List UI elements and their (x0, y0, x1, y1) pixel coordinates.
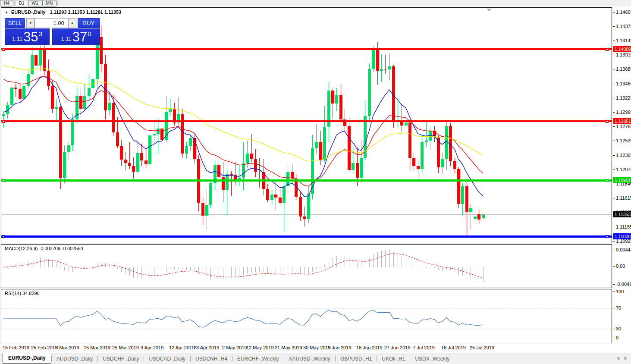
timeframe-button-mn[interactable]: MN (42, 0, 57, 6)
time-axis-label: 23 Apr 2019 (194, 345, 219, 350)
timeframe-button-w1[interactable]: W1 (28, 0, 42, 6)
price-axis-tick-label: 1.13915 (616, 52, 631, 57)
chart-tab-usdcnh[interactable]: USDCNH-,H4 (191, 355, 232, 363)
price-axis-tick-label: 1.13225 (616, 95, 631, 100)
timeframe-button-h4[interactable]: H4 (0, 0, 13, 6)
chart-tab-xauusd[interactable]: XAUUSD-,Weekly (284, 355, 335, 363)
macd-canvas[interactable] (1, 245, 612, 288)
timeframe-button-d1[interactable]: D1 (16, 0, 28, 6)
price-axis-tick-label: 1.11615 (616, 195, 631, 201)
chart-tab-eurchf[interactable]: EURCHF-,Weekly (232, 355, 283, 363)
chart-tab-audusd[interactable]: AUDUSD-,Daily (52, 355, 98, 363)
trade-panel-collapse-icon[interactable]: ▲ (5, 10, 8, 14)
rsi-axis-label: 0 (616, 335, 618, 340)
one-click-trade-panel: SELL ▼ ▲ BUY 1.11 35 3 1.11 37 0 (5, 18, 100, 45)
rsi-axis-tick (613, 292, 615, 292)
time-axis-label: 12 May 2019 (246, 345, 274, 350)
sell-price-point: 3 (39, 30, 42, 38)
time-axis-label: 9 Jun 2019 (328, 345, 351, 350)
time-axis-label: 30 May 2019 (303, 345, 331, 350)
timeframe-toolbar: H4 D1 W1 MN (0, 0, 631, 7)
price-level-tag: 1.11353 (613, 211, 631, 217)
buy-price-tile[interactable]: 1.11 37 0 (52, 28, 100, 45)
rsi-canvas[interactable] (1, 289, 612, 343)
price-level-tag: 1.11901 (613, 177, 631, 183)
sell-price-tile[interactable]: 1.11 35 3 (5, 28, 50, 45)
price-axis-tick (613, 198, 615, 198)
time-axis-label: 15 Mar 2019 (84, 345, 110, 350)
volume-decrease-button[interactable]: ▼ (26, 18, 35, 28)
volume-input[interactable] (35, 18, 68, 28)
time-axis-label: 6 Mar 2019 (55, 345, 79, 350)
chart-symbol-title: EURUSD-,Daily (11, 9, 45, 15)
price-axis[interactable]: 1.146051.143751.141451.139151.136851.134… (613, 7, 631, 343)
chart-tab-gbpusd[interactable]: GBPUSD-,H1 (336, 355, 377, 363)
time-axis-label: 25 Mar 2019 (112, 345, 139, 350)
toolbar-separator (14, 0, 15, 6)
sell-price-pips: 35 (23, 31, 38, 44)
chart-tab-eurusd[interactable]: EURUSD-,Daily (3, 353, 51, 364)
price-axis-tick (613, 98, 615, 98)
rsi-label: RSI(14) 34.8290 (5, 291, 40, 296)
buy-price-pips: 37 (72, 31, 87, 44)
macd-axis-tick (613, 284, 615, 285)
chart-header: ▲ EURUSD-,Daily 1.11293 1.11353 1.11281 … (5, 9, 121, 15)
price-axis-tick (613, 184, 615, 184)
price-axis-tick (613, 241, 615, 242)
price-axis-tick-label: 1.12995 (616, 110, 631, 115)
time-axis-label: 16 Jul 2019 (441, 345, 466, 350)
chart-tab-usdcad[interactable]: USDCAD-,Daily (144, 355, 190, 363)
price-axis-tick-label: 1.11155 (616, 224, 631, 229)
time-axis-label: 15 Feb 2019 (3, 345, 29, 350)
chart-tab-ukoil[interactable]: UKOil-,H1 (377, 355, 410, 363)
time-axis-label: 3 Apr 2019 (141, 345, 163, 350)
price-axis-tick (613, 227, 615, 227)
price-axis-tick (613, 55, 615, 55)
chart-tab-usdx[interactable]: USDX-,Weekly (410, 355, 454, 363)
price-axis-tick-label: 1.14375 (616, 24, 631, 29)
price-level-tag: 1.11000 (613, 233, 631, 239)
price-axis-tick-label: 1.14605 (616, 9, 631, 15)
price-level-tag: 1.12851 (613, 118, 631, 124)
price-axis-tick-label: 1.12535 (616, 138, 631, 143)
price-level-tag: 1.14009 (613, 46, 631, 52)
chart-tab-usdchf[interactable]: USDCHF-,Daily (98, 355, 144, 363)
volume-increase-button[interactable]: ▲ (68, 18, 76, 28)
time-axis-label: 25 Feb 2019 (31, 345, 58, 350)
rsi-axis-label: 100 (616, 289, 624, 294)
time-axis-label: 12 Apr 2019 (169, 345, 195, 350)
price-axis-tick-label: 1.13455 (616, 81, 631, 86)
price-axis-tick-label: 1.12765 (616, 124, 631, 129)
price-axis-tick (613, 169, 615, 170)
price-axis-tick (613, 12, 615, 13)
rsi-axis-tick (613, 329, 615, 329)
rsi-axis-tick (613, 338, 615, 338)
sell-price-prefix: 1.11 (12, 35, 22, 42)
macd-axis-tick (613, 266, 615, 267)
buy-price-point: 0 (88, 30, 91, 38)
rsi-indicator-pane: RSI(14) 34.8290 (1, 289, 612, 343)
chart-shift-marker-icon[interactable] (487, 9, 492, 11)
macd-axis-label: -0.0041 (616, 282, 631, 287)
time-axis-label: 27 Jun 2019 (384, 345, 411, 350)
buy-price-prefix: 1.11 (61, 35, 71, 42)
chart-tab-bar: EURUSD-,DailyAUDUSD-,DailyUSDCHF-,DailyU… (0, 353, 631, 364)
macd-axis-tick (613, 250, 615, 250)
price-axis-tick (613, 112, 615, 113)
price-axis-tick (613, 155, 615, 156)
price-axis-tick-label: 1.12305 (616, 153, 631, 158)
buy-button[interactable]: BUY (78, 18, 100, 28)
tab-scroll-right-icon[interactable] (625, 356, 627, 361)
time-axis[interactable]: 15 Feb 201925 Feb 20196 Mar 201915 Mar 2… (0, 343, 631, 353)
time-axis-label: 2 May 2019 (222, 345, 247, 350)
sell-button[interactable]: SELL (5, 18, 25, 28)
time-axis-label: 21 May 2019 (275, 345, 302, 350)
price-axis-tick (613, 141, 615, 141)
price-axis-tick (613, 126, 615, 127)
tab-scroll-left-icon[interactable] (617, 356, 619, 361)
rsi-axis-label: 30 (616, 326, 621, 331)
price-axis-tick (613, 26, 615, 27)
price-axis-tick-label: 1.13685 (616, 66, 631, 72)
time-axis-label: 18 Jun 2019 (356, 345, 383, 350)
price-axis-tick (613, 69, 615, 69)
